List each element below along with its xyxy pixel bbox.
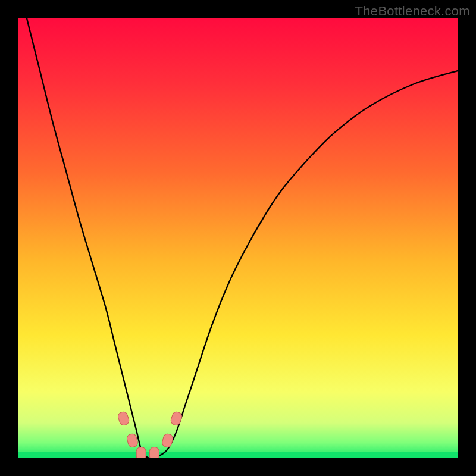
gradient-background [18, 18, 458, 458]
bottom-green-band [18, 452, 458, 458]
plot-svg [18, 18, 458, 458]
chart-frame: TheBottleneck.com [0, 0, 476, 476]
marker-bottom-right [149, 447, 159, 458]
watermark-text: TheBottleneck.com [355, 4, 470, 19]
plot-area [18, 18, 458, 458]
marker-bottom-left [136, 447, 146, 458]
